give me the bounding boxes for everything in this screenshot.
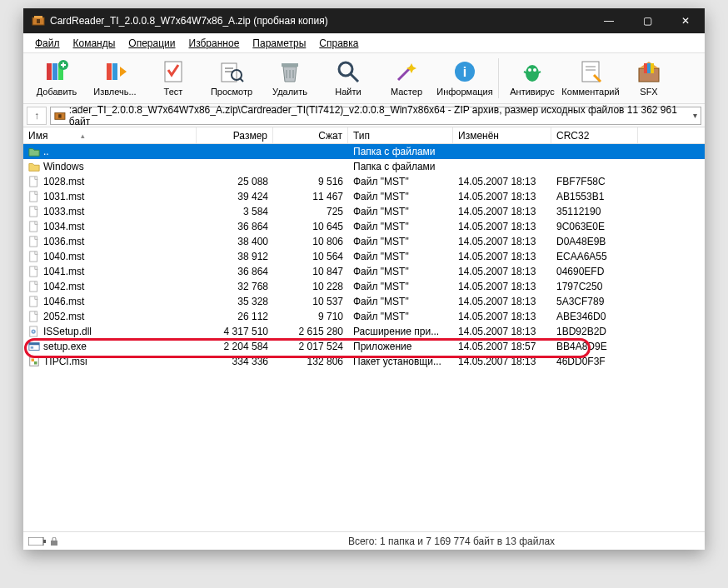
address-field[interactable]: :ader_TI_2.0.0.8_W7x64W7x86_A.zip\Cardre… — [50, 107, 701, 125]
menu-help[interactable]: Справка — [312, 36, 365, 51]
svg-rect-57 — [43, 540, 46, 543]
file-row[interactable]: ISSetup.dll4 317 5102 615 280Расширение … — [23, 324, 705, 339]
svg-rect-37 — [30, 177, 37, 187]
svg-rect-8 — [112, 63, 117, 80]
test-button[interactable]: Тест — [145, 57, 202, 98]
extract-button[interactable]: Извлечь... — [87, 57, 143, 98]
menu-favorites[interactable]: Избранное — [182, 36, 247, 51]
menu-commands[interactable]: Команды — [67, 36, 122, 51]
svg-rect-51 — [29, 343, 39, 346]
trash-icon — [277, 58, 303, 85]
titlebar[interactable]: CardReader_TI_2.0.0.8_W7x64W7x86_A.zip (… — [23, 8, 705, 33]
header-type[interactable]: Тип — [348, 127, 453, 143]
sfx-button[interactable]: SFX — [621, 57, 677, 98]
books-extract-icon — [102, 58, 128, 85]
menu-options[interactable]: Параметры — [246, 36, 312, 51]
header-crc[interactable]: CRC32 — [551, 127, 638, 143]
svg-rect-33 — [647, 63, 651, 73]
file-row[interactable]: 1033.mst3 584725Файл "MST"14.05.2007 18:… — [23, 204, 705, 219]
svg-rect-1 — [34, 16, 42, 18]
parent-folder-row[interactable]: .. Папка с файлами — [23, 144, 705, 159]
menu-file[interactable]: Файл — [28, 36, 67, 51]
pathbar: ↑ :ader_TI_2.0.0.8_W7x64W7x86_A.zip\Card… — [23, 104, 705, 127]
svg-rect-42 — [30, 252, 37, 262]
svg-rect-39 — [30, 207, 37, 217]
file-icon — [28, 206, 40, 217]
dropdown-icon[interactable]: ▾ — [693, 111, 697, 120]
folder-icon — [28, 161, 40, 172]
file-icon — [28, 221, 40, 232]
svg-rect-43 — [30, 267, 37, 277]
file-row[interactable]: 1028.mst25 0889 516Файл "MST"14.05.2007 … — [23, 174, 705, 189]
file-rows: .. Папка с файлами WindowsПапка с файлам… — [23, 144, 705, 369]
svg-rect-54 — [32, 359, 35, 362]
wizard-button[interactable]: Мастер — [378, 57, 435, 98]
close-button[interactable]: ✕ — [666, 8, 705, 33]
file-row[interactable]: 1031.mst39 42411 467Файл "MST"14.05.2007… — [23, 189, 705, 204]
app-icon — [32, 14, 45, 27]
toolbar-separator — [498, 58, 499, 98]
view-button[interactable]: Просмотр — [203, 57, 260, 98]
info-button[interactable]: iИнформация — [436, 57, 493, 98]
maximize-button[interactable]: ▢ — [628, 8, 666, 33]
archive-icon — [54, 110, 66, 122]
svg-rect-4 — [52, 63, 57, 80]
sfx-icon — [636, 58, 662, 85]
view-icon — [218, 58, 245, 85]
comment-button[interactable]: Комментарий — [562, 57, 619, 98]
msi-icon — [28, 356, 40, 367]
svg-point-24 — [528, 68, 531, 72]
file-row[interactable]: 1040.mst38 91210 564Файл "MST"14.05.2007… — [23, 249, 705, 264]
svg-rect-52 — [31, 346, 34, 349]
info-icon: i — [451, 58, 478, 85]
statusbar: Всего: 1 папка и 7 169 774 байт в 13 фай… — [23, 531, 705, 550]
file-row[interactable]: WindowsПапка с файлами — [23, 159, 705, 174]
file-row[interactable]: 1042.mst32 76810 228Файл "MST"14.05.2007… — [23, 279, 705, 294]
test-icon — [160, 58, 187, 85]
svg-rect-7 — [107, 63, 112, 80]
minimize-button[interactable]: — — [590, 8, 628, 33]
file-row[interactable]: setup.exe2 204 5842 017 524Приложение14.… — [23, 339, 705, 354]
file-icon — [28, 281, 40, 292]
menu-operations[interactable]: Операции — [122, 36, 182, 51]
window-title: CardReader_TI_2.0.0.8_W7x64W7x86_A.zip (… — [50, 15, 590, 27]
svg-point-19 — [339, 62, 352, 76]
status-text: Всего: 1 папка и 7 169 774 байт в 13 фай… — [207, 536, 696, 547]
status-left — [23, 537, 207, 546]
file-row[interactable]: 1046.mst35 32810 537Файл "MST"14.05.2007… — [23, 294, 705, 309]
svg-rect-32 — [644, 63, 647, 73]
file-row[interactable]: 1041.mst36 86410 847Файл "MST"14.05.2007… — [23, 264, 705, 279]
lock-icon — [50, 537, 58, 546]
file-icon — [28, 236, 40, 247]
delete-button[interactable]: Удалить — [262, 57, 318, 98]
file-icon — [28, 191, 40, 202]
svg-line-20 — [351, 74, 358, 82]
add-button[interactable]: Добавить — [28, 57, 85, 98]
file-row[interactable]: 1034.mst36 86410 645Файл "MST"14.05.2007… — [23, 219, 705, 234]
svg-rect-56 — [28, 537, 43, 546]
file-row[interactable]: 2052.mst26 1129 710Файл "MST"14.05.2007 … — [23, 309, 705, 324]
find-button[interactable]: Найти — [320, 57, 376, 98]
svg-rect-36 — [58, 114, 61, 117]
svg-rect-40 — [30, 222, 37, 232]
file-row[interactable]: 1036.mst38 40010 806Файл "MST"14.05.2007… — [23, 234, 705, 249]
antivirus-button[interactable]: Антивирус — [504, 57, 561, 98]
file-list: Имя Размер Сжат Тип Изменён CRC32 .. Пап… — [23, 127, 705, 531]
comment-icon — [577, 58, 604, 85]
menubar: Файл Команды Операции Избранное Параметр… — [23, 33, 705, 53]
column-headers: Имя Размер Сжат Тип Изменён CRC32 — [23, 127, 705, 144]
address-text: :ader_TI_2.0.0.8_W7x64W7x86_A.zip\Cardre… — [69, 104, 693, 127]
file-row[interactable]: TIPCI.msi334 336132 806Пакет установщи..… — [23, 354, 705, 369]
svg-line-14 — [240, 78, 243, 82]
file-icon — [28, 176, 40, 187]
folder-up-icon — [28, 146, 40, 157]
up-button[interactable]: ↑ — [27, 107, 47, 125]
header-size[interactable]: Размер — [197, 127, 273, 143]
window-controls: — ▢ ✕ — [590, 8, 705, 33]
header-name[interactable]: Имя — [23, 127, 197, 143]
books-add-icon — [43, 58, 70, 85]
file-icon — [28, 266, 40, 277]
header-modified[interactable]: Изменён — [453, 127, 551, 143]
wizard-icon — [393, 58, 420, 85]
header-packed[interactable]: Сжат — [273, 127, 348, 143]
